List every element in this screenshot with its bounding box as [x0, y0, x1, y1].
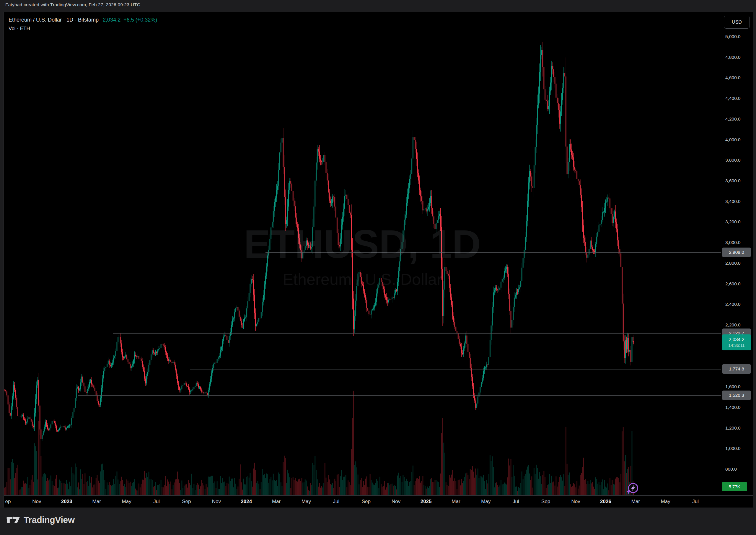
price-tick: 3,800.0 [725, 157, 741, 163]
price-tick: 1,600.0 [725, 384, 741, 389]
legend-change: +6.5 (+0.32%) [123, 17, 157, 23]
price-tick: 1,200.0 [725, 425, 741, 431]
currency-unit-button[interactable]: USD [724, 16, 750, 29]
time-tick-month: Nov [392, 496, 400, 508]
legend-symbol-row[interactable]: Ethereum / U.S. Dollar · 1D · Bitstamp2,… [9, 16, 157, 24]
last-price-badge: 2,034.2 14:36:11 [722, 334, 751, 351]
level-price-badge: 1,520.3 [722, 390, 751, 400]
time-tick-year: 2024 [241, 496, 252, 508]
level-price-badge: 2,909.0 [722, 247, 751, 257]
price-tick: 800.0 [725, 466, 737, 472]
legend-volume-row[interactable]: Vol · ETH [9, 24, 157, 33]
price-tick: 3,000.0 [725, 240, 741, 245]
price-tick: 4,800.0 [725, 55, 741, 60]
lightning-boost-icon[interactable] [625, 481, 640, 495]
price-tick: 4,000.0 [725, 137, 741, 142]
time-tick-month: May [122, 496, 131, 508]
time-tick-month: Nov [32, 496, 41, 508]
price-tick: 4,600.0 [725, 75, 741, 80]
tradingview-logo-icon[interactable] [7, 515, 20, 525]
price-tick: 4,200.0 [725, 116, 741, 122]
time-tick-month: Jul [333, 496, 339, 508]
price-tick: 4,400.0 [725, 96, 741, 101]
tradingview-brand-text[interactable]: TradingView [24, 515, 75, 525]
time-tick-month: Sep [541, 496, 550, 508]
time-tick-year: 2023 [61, 496, 72, 508]
time-axis[interactable]: epNov2023MarMayJulSepNov2024MarMayJulSep… [4, 495, 753, 508]
time-tick-month: Sep [362, 496, 371, 508]
time-tick-month: Mar [93, 496, 101, 508]
price-tick: 5,000.0 [725, 34, 741, 39]
time-tick-month: May [481, 496, 491, 508]
price-tick: 2,600.0 [725, 281, 741, 287]
price-tick: 1,000.0 [725, 446, 741, 451]
time-tick-month: Jul [153, 496, 160, 508]
time-tick-year: 2025 [420, 496, 432, 508]
time-tick-month: Mar [632, 496, 640, 508]
time-tick-month: Jul [513, 496, 519, 508]
time-tick-month: Nov [212, 496, 221, 508]
time-tick-year: 2026 [600, 496, 611, 508]
legend-symbol[interactable]: Ethereum / U.S. Dollar · 1D · Bitstamp [9, 17, 99, 23]
time-tick-month: May [302, 496, 311, 508]
chart-plot-area[interactable]: ETHUSD, 1D Ethereum / U.S. Dollar Ethere… [4, 12, 721, 495]
chart-frame: ETHUSD, 1D Ethereum / U.S. Dollar Ethere… [4, 12, 753, 508]
time-tick-month: Mar [451, 496, 460, 508]
candlestick-canvas[interactable] [4, 12, 721, 495]
time-tick-month: ep [5, 496, 11, 508]
legend-last-price: 2,034.2 [103, 17, 121, 23]
level-price-badge: 1,774.8 [722, 364, 751, 374]
chart-legend[interactable]: Ethereum / U.S. Dollar · 1D · Bitstamp2,… [9, 16, 157, 33]
price-tick: 1,400.0 [725, 405, 741, 410]
price-axis[interactable]: USD 5,000.04,800.04,600.04,400.04,200.04… [721, 12, 753, 495]
volume-value-badge: 5.77K [722, 482, 747, 491]
last-price-value: 2,034.2 [729, 337, 744, 343]
time-tick-month: May [661, 496, 670, 508]
time-tick-month: Mar [272, 496, 281, 508]
price-tick: 2,200.0 [725, 322, 741, 327]
price-tick: 3,200.0 [725, 219, 741, 225]
price-tick: 2,400.0 [725, 302, 741, 307]
time-tick-month: Nov [571, 496, 580, 508]
export-caption: Fatyhad created with TradingView.com, Fe… [5, 2, 140, 7]
bar-close-countdown: 14:36:11 [728, 343, 744, 348]
time-tick-month: Sep [182, 496, 191, 508]
footer-bar: TradingView [7, 515, 75, 525]
time-tick-month: Jul [692, 496, 699, 508]
tradingview-export-screen: Fatyhad created with TradingView.com, Fe… [0, 0, 756, 535]
price-tick: 3,400.0 [725, 199, 741, 204]
price-tick: 2,800.0 [725, 261, 741, 266]
price-tick: 3,600.0 [725, 178, 741, 183]
